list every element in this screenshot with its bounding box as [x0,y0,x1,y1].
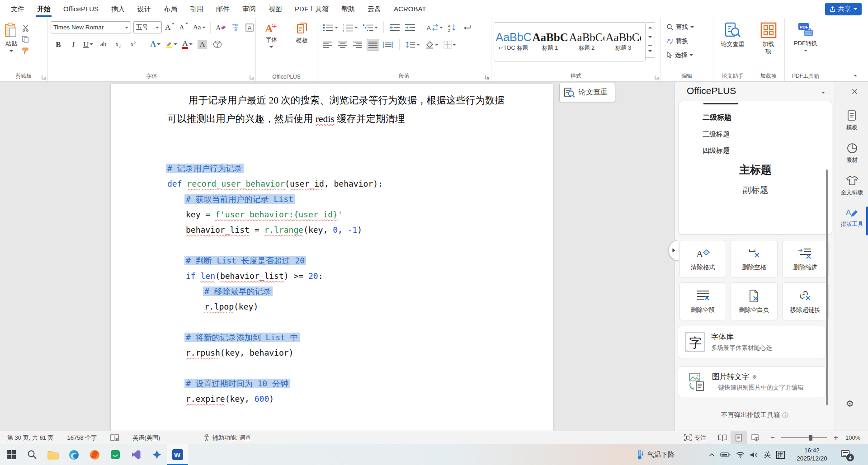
line-spacing-button[interactable] [405,39,421,50]
increase-indent-button[interactable] [404,22,416,33]
change-case-button[interactable]: Aa [192,22,206,33]
clipboard-dialog-launcher[interactable] [42,75,46,80]
format-painter-button[interactable] [22,47,29,54]
tool-delete-indent[interactable]: 删除缩进 [782,240,829,278]
style-gallery-item[interactable]: AaBbC标题 1 [532,24,568,59]
multilevel-list-button[interactable] [362,22,379,33]
menu-tab-审阅[interactable]: 审阅 [236,0,262,18]
language-indicator[interactable]: 英语(美国) [132,434,160,442]
chevron-down-icon[interactable] [354,26,358,29]
taskbar-app-green-app[interactable] [105,444,126,465]
wifi-icon[interactable] [736,451,745,458]
font-size-select[interactable]: 五号 [133,21,162,33]
chevron-down-icon[interactable] [439,26,443,29]
battery-icon[interactable] [720,452,731,457]
taskbar-app-visual-studio[interactable] [126,444,146,465]
underline-button[interactable]: U [82,39,94,50]
style-gallery-item[interactable]: AaBbCc标题 3 [605,24,642,59]
document-page[interactable]: 用于记录用户最近 20 次的搜索、浏览记录等行为数据，根据这些行为数据可以推测出… [111,84,553,431]
print-layout-button[interactable] [731,431,747,444]
chevron-down-icon[interactable] [9,50,13,52]
show-marks-button[interactable] [461,22,473,33]
focus-button[interactable]: 专注 [684,434,706,442]
sidebar-item-template-doc[interactable]: 模板 [835,110,868,132]
officeplus-font-button[interactable]: A字 字体 [265,22,278,48]
hidden-icons-button[interactable] [709,453,715,457]
panel-collapse-button[interactable] [819,88,828,97]
shrink-font-button[interactable]: A [178,22,190,33]
chevron-down-icon[interactable] [374,26,378,29]
volume-icon[interactable] [750,451,759,458]
accessibility-status[interactable]: 辅助功能: 调查 [203,434,251,442]
menu-tab-OfficePLUS[interactable]: OfficePLUS [57,0,105,18]
justify-button[interactable] [367,39,379,51]
subscript-button[interactable]: x₂ [112,39,124,50]
menu-tab-设计[interactable]: 设计 [131,0,157,18]
replace-button[interactable]: bc 替换 [666,36,713,47]
borders-button[interactable] [443,39,457,50]
tool-clear-format[interactable]: A清除格式 [679,240,726,278]
menu-tab-PDF工具箱[interactable]: PDF工具箱 [288,0,335,18]
grow-font-button[interactable]: A [164,22,176,33]
chevron-down-icon[interactable] [416,43,420,46]
gallery-up-icon[interactable] [648,26,652,29]
chevron-down-icon[interactable] [90,43,93,46]
panel-style-ps-h2[interactable]: 二级标题 [703,113,731,122]
superscript-button[interactable]: x² [127,39,139,50]
card-image-to-text[interactable]: 图片转文字一键快速识别图片中的文字并编辑 [678,366,826,397]
character-shading-button[interactable]: A [197,39,208,50]
style-gallery-item[interactable]: AaBbC↵TOC 标题 [495,24,532,59]
notification-center-button[interactable]: 4 [841,450,850,460]
taskbar-app-search[interactable] [22,444,42,465]
tool-delete-blank-page[interactable]: 删除空白页 [731,282,777,320]
phonetic-guide-button[interactable]: wén文 [230,22,241,33]
paste-button[interactable]: 粘贴 [5,22,18,54]
enclose-characters-button[interactable]: 字 [212,39,223,50]
taskbar-app-blue-app[interactable] [146,444,167,465]
bullets-button[interactable] [322,22,339,33]
zoom-out-button[interactable]: − [769,434,776,442]
menu-tab-视图[interactable]: 视图 [262,0,288,18]
cut-button[interactable] [22,24,29,32]
paper-check-button[interactable]: 论文查重 [713,18,752,48]
panel-footer[interactable]: 不再弹出排版工具箱 [675,411,835,419]
text-effects-button[interactable]: A [149,39,161,50]
shading-button[interactable] [424,39,439,50]
asian-layout-button[interactable]: A [426,22,444,33]
share-button[interactable]: 共享 [825,3,862,15]
menu-tab-开始[interactable]: 开始 [31,0,57,18]
web-layout-button[interactable] [747,431,763,444]
taskbar-weather[interactable]: 气温下降 [637,444,675,465]
zoom-slider-thumb[interactable] [809,435,812,441]
sidebar-item-full-layout[interactable]: 全文排版 [835,175,868,197]
zoom-slider[interactable] [781,437,827,438]
font-name-select[interactable]: Times New Romar [51,21,131,33]
chevron-down-icon[interactable] [689,54,693,56]
menu-tab-布局[interactable]: 布局 [157,0,184,18]
menu-tab-插入[interactable]: 插入 [105,0,131,18]
find-button[interactable]: 查找 [666,22,713,33]
paper-check-popup-button[interactable]: 论文查重 [559,83,615,102]
copy-button[interactable] [22,36,29,43]
gallery-down-icon[interactable] [648,36,652,38]
menu-tab-邮件[interactable]: 邮件 [210,0,236,18]
chevron-down-icon[interactable] [189,43,193,46]
collapse-ribbon-button[interactable] [854,74,857,77]
numbering-button[interactable]: 123 [342,22,359,33]
character-border-button[interactable]: A [244,22,255,33]
chevron-down-icon[interactable] [435,43,439,46]
ime-pinyin-button[interactable]: 拼 [776,451,785,459]
clear-formatting-button[interactable]: A [215,22,227,33]
menu-tab-文件[interactable]: 文件 [5,0,31,18]
menu-tab-帮助[interactable]: 帮助 [335,0,361,18]
strikethrough-button[interactable]: ab [97,39,109,50]
text-highlight-button[interactable] [165,39,178,50]
chevron-down-icon[interactable] [335,26,338,29]
taskbar-app-edge[interactable] [63,444,84,465]
panel-style-ps-main[interactable]: 主标题 [679,163,832,177]
settings-gear-icon[interactable]: ⚙ [846,398,854,409]
chevron-down-icon[interactable] [174,43,177,46]
proofing-status[interactable] [110,434,119,441]
align-left-button[interactable] [322,39,334,50]
taskbar-app-explorer[interactable] [42,444,63,465]
